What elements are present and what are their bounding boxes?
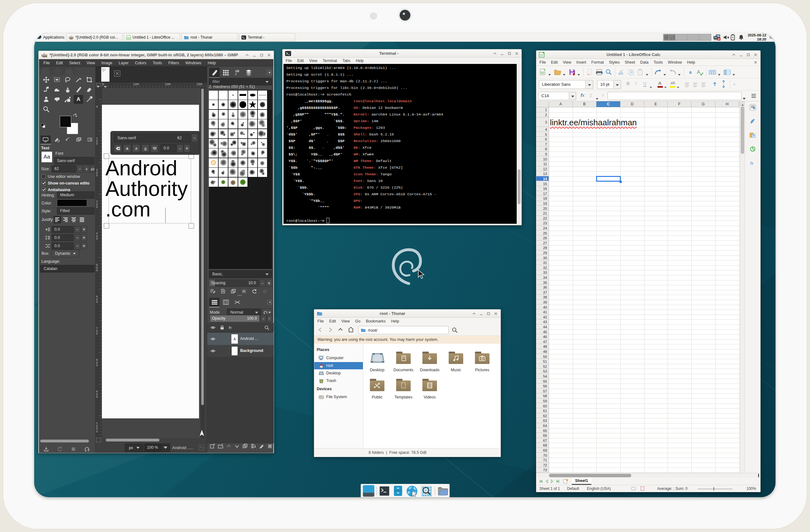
svg-text:fx: fx — [750, 161, 754, 165]
